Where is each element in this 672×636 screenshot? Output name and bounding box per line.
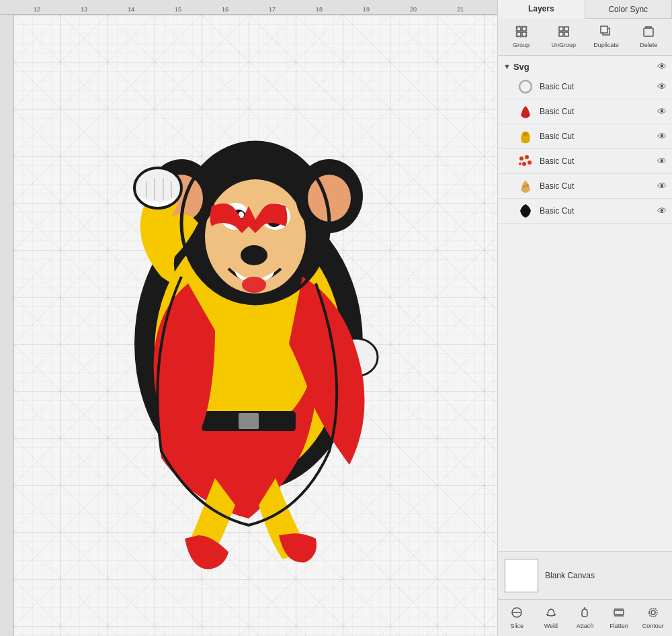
layer-thumb-4 — [517, 152, 534, 170]
group-icon — [515, 26, 528, 40]
list-item[interactable]: Basic Cut 👁 — [498, 174, 672, 199]
weld-button[interactable]: Weld — [535, 604, 568, 632]
ruler-mark: 21 — [457, 6, 464, 13]
layer-thumb-6 — [517, 202, 534, 220]
ruler-left — [0, 15, 13, 636]
layer-eye-5[interactable]: 👁 — [657, 181, 667, 191]
grid-canvas[interactable] — [13, 15, 497, 636]
character-svg — [94, 89, 403, 572]
svg-point-45 — [519, 156, 523, 161]
svg-point-49 — [519, 163, 521, 165]
ruler-mark: 15 — [175, 6, 181, 13]
svg-rect-28 — [517, 27, 521, 31]
tab-color-sync[interactable]: Color Sync — [585, 0, 673, 18]
svg-point-46 — [525, 155, 529, 159]
ruler-mark: 13 — [81, 6, 87, 13]
layer-thumb-2 — [517, 103, 534, 120]
bottom-actions: Slice Weld Attach Flatten Contour — [498, 599, 672, 636]
ruler-mark: 19 — [363, 6, 370, 13]
ungroup-button[interactable]: UnGroup — [543, 23, 584, 51]
character-container — [81, 69, 417, 592]
expand-arrow: ▼ — [503, 62, 511, 71]
svg-point-47 — [528, 161, 532, 165]
ruler-top: 12 13 14 15 16 17 18 19 20 21 — [0, 0, 497, 15]
layer-eye-1[interactable]: 👁 — [657, 81, 667, 92]
panel-toolbar: Group UnGroup Duplicate Delete — [498, 19, 672, 56]
list-item[interactable]: Basic Cut 👁 — [498, 124, 672, 149]
svg-rect-32 — [516, 26, 527, 37]
svg-point-18 — [242, 277, 266, 293]
attach-button[interactable]: Attach — [569, 604, 601, 632]
svg-eye-icon[interactable]: 👁 — [657, 61, 667, 72]
right-panel: Layers Color Sync Group UnGroup Duplicat… — [497, 0, 672, 636]
ruler-mark: 20 — [410, 6, 417, 13]
weld-icon — [545, 606, 557, 621]
svg-rect-39 — [644, 28, 653, 36]
svg-rect-30 — [517, 32, 521, 36]
svg-point-51 — [526, 184, 529, 187]
ruler-mark: 12 — [34, 6, 40, 13]
layer-eye-6[interactable]: 👁 — [657, 206, 667, 216]
flatten-button[interactable]: Flatten — [603, 604, 636, 632]
layer-eye-2[interactable]: 👁 — [657, 106, 667, 117]
tab-layers[interactable]: Layers — [498, 0, 585, 19]
layer-eye-3[interactable]: 👁 — [657, 131, 667, 142]
delete-button[interactable]: Delete — [628, 23, 669, 51]
svg-rect-55 — [614, 610, 624, 615]
svg-rect-38 — [601, 26, 607, 33]
contour-button[interactable]: Contour — [636, 604, 669, 632]
canvas-thumbnail — [505, 559, 538, 592]
svg-point-6 — [205, 179, 306, 293]
flatten-icon — [613, 606, 625, 621]
svg-point-48 — [522, 162, 526, 166]
canvas-area: ↑→ 12 13 14 15 16 17 18 19 20 21 — [0, 0, 497, 636]
svg-rect-36 — [564, 32, 569, 36]
layers-list: ▼ Svg 👁 Basic Cut 👁 Basic Cut 👁 Basic — [498, 56, 672, 306]
layer-thumb-3 — [517, 128, 534, 145]
svg-rect-34 — [564, 27, 569, 31]
blank-canvas-label: Blank Canvas — [545, 571, 595, 580]
list-item[interactable]: Basic Cut 👁 — [498, 99, 672, 124]
svg-rect-4 — [239, 413, 259, 429]
svg-rect-31 — [522, 32, 526, 36]
svg-rect-33 — [559, 27, 563, 31]
svg-point-50 — [523, 185, 526, 188]
svg-rect-35 — [559, 32, 563, 36]
layer-eye-4[interactable]: 👁 — [657, 156, 667, 167]
delete-icon — [642, 26, 655, 40]
ruler-mark: 16 — [222, 6, 228, 13]
ruler-mark: 14 — [128, 6, 134, 13]
bottom-section: Blank Canvas — [498, 551, 672, 599]
layer-thumb-1 — [517, 78, 534, 95]
list-item[interactable]: Basic Cut 👁 — [498, 149, 672, 174]
contour-icon — [647, 606, 659, 621]
ruler-mark: 17 — [269, 6, 276, 13]
svg-point-43 — [519, 81, 532, 93]
attach-icon — [579, 606, 591, 621]
svg-point-17 — [241, 245, 267, 265]
layer-thumb-5 — [517, 177, 534, 195]
slice-icon — [511, 606, 523, 621]
ungroup-icon — [558, 26, 570, 40]
group-button[interactable]: Group — [501, 23, 542, 51]
svg-parent-row[interactable]: ▼ Svg 👁 — [498, 58, 672, 75]
duplicate-icon — [600, 26, 612, 40]
list-item[interactable]: Basic Cut 👁 — [498, 199, 672, 224]
panel-tabs: Layers Color Sync — [498, 0, 672, 19]
duplicate-button[interactable]: Duplicate — [586, 23, 627, 51]
svg-rect-29 — [522, 27, 526, 31]
svg-point-44 — [523, 132, 528, 136]
ruler-mark: 18 — [316, 6, 323, 13]
list-item[interactable]: Basic Cut 👁 — [498, 75, 672, 99]
slice-button[interactable]: Slice — [501, 604, 534, 632]
